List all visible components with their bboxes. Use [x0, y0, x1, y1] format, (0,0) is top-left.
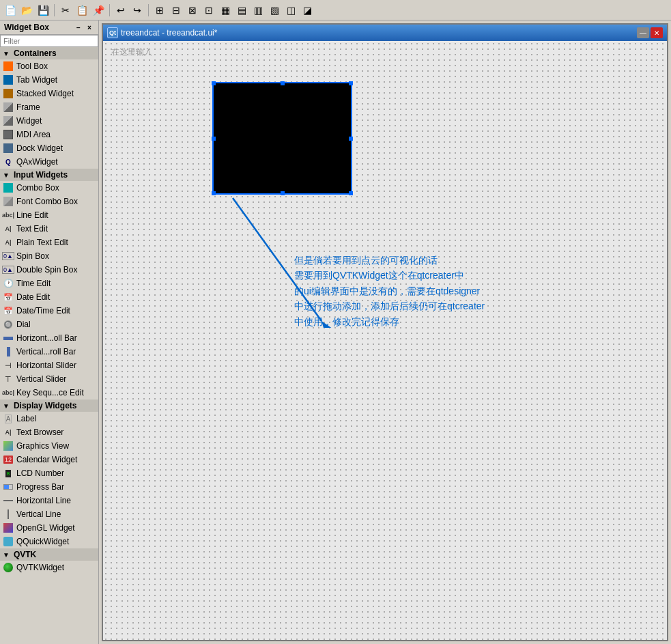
- qt-window-titlebar: Qt treeandcat - treeandcat.ui* — ✕: [103, 25, 667, 41]
- item-tab-widget[interactable]: Tab Widget: [0, 73, 98, 87]
- item-mdi-area[interactable]: MDI Area: [0, 128, 98, 141]
- item-plain-text-edit[interactable]: A| Plain Text Edit: [0, 236, 98, 249]
- mdi-area-icon: [3, 129, 14, 140]
- item-frame[interactable]: Frame: [0, 100, 98, 114]
- item-datetime-edit-label: Date/Time Edit: [16, 306, 70, 316]
- item-horizontal-line-label: Horizontal Line: [16, 496, 71, 505]
- widget-btn-9[interactable]: ◫: [283, 3, 298, 18]
- item-vertical-slider[interactable]: ⊤ Vertical Slider: [0, 372, 98, 386]
- item-text-edit[interactable]: A| Text Edit: [0, 222, 98, 236]
- date-edit-icon: 📅: [3, 292, 14, 303]
- item-widget[interactable]: Widget: [0, 114, 98, 128]
- item-line-edit[interactable]: abc| Line Edit: [0, 208, 98, 222]
- resize-handle-tc[interactable]: [281, 81, 285, 85]
- item-time-edit[interactable]: 🕐 Time Edit: [0, 277, 98, 290]
- item-horizontal-line[interactable]: Horizontal Line: [0, 494, 98, 507]
- item-widget-label: Widget: [16, 116, 42, 126]
- item-qaxwidget[interactable]: Q QAxWidget: [0, 155, 98, 169]
- item-vertical-line[interactable]: Vertical Line: [0, 507, 98, 521]
- item-combo-box[interactable]: Combo Box: [0, 181, 98, 195]
- save-button[interactable]: 💾: [35, 3, 51, 18]
- widget-btn-2[interactable]: ⊟: [169, 3, 184, 18]
- item-mdi-area-label: MDI Area: [16, 130, 51, 139]
- redo-button[interactable]: ↪: [130, 3, 145, 18]
- filter-input[interactable]: [0, 35, 98, 47]
- item-vertical-roll-bar[interactable]: Vertical...roll Bar: [0, 345, 98, 359]
- item-dock-widget[interactable]: Dock Widget: [0, 141, 98, 155]
- copy-button[interactable]: 📋: [74, 3, 89, 18]
- item-lcd-number[interactable]: 8 LCD Number: [0, 466, 98, 480]
- qt-close-button[interactable]: ✕: [651, 27, 663, 38]
- item-spin-box[interactable]: 0▲ Spin Box: [0, 249, 98, 263]
- category-display-widgets[interactable]: ▼ Display Widgets: [0, 400, 98, 412]
- cut-button[interactable]: ✂: [58, 3, 73, 18]
- widget-btn-1[interactable]: ⊞: [152, 3, 167, 18]
- resize-handle-bl[interactable]: [212, 191, 216, 195]
- qt-title-left: Qt treeandcat - treeandcat.ui*: [107, 27, 217, 38]
- item-graphics-view[interactable]: Graphics View: [0, 439, 98, 453]
- resize-handle-tr[interactable]: [349, 81, 353, 85]
- widget-btn-3[interactable]: ⊠: [185, 3, 200, 18]
- widget-btn-4[interactable]: ⊡: [201, 3, 216, 18]
- item-font-combo-box[interactable]: Font Combo Box: [0, 195, 98, 208]
- item-text-browser[interactable]: A| Text Browser: [0, 425, 98, 439]
- stacked-widget-icon: [3, 88, 14, 99]
- item-text-browser-label: Text Browser: [16, 428, 63, 437]
- item-calendar-widget[interactable]: 12 Calendar Widget: [0, 453, 98, 466]
- item-horizontal-slider[interactable]: ⊣ Horizontal Slider: [0, 359, 98, 372]
- lcd-number-icon: 8: [3, 468, 14, 479]
- resize-handle-ml[interactable]: [212, 137, 216, 141]
- open-button[interactable]: 📂: [19, 3, 34, 18]
- widget-btn-8[interactable]: ▧: [267, 3, 282, 18]
- paste-button[interactable]: 📌: [91, 3, 106, 18]
- widget-btn-10[interactable]: ◪: [300, 3, 315, 18]
- item-datetime-edit[interactable]: 📅 Date/Time Edit: [0, 304, 98, 318]
- item-dial[interactable]: 🔘 Dial: [0, 318, 98, 331]
- widget-box-close-btn[interactable]: ×: [85, 23, 94, 32]
- item-opengl-widget-label: OpenGL Widget: [16, 523, 75, 533]
- resize-handle-tl[interactable]: [212, 81, 216, 85]
- widget-icon: [3, 115, 14, 126]
- item-frame-label: Frame: [16, 102, 40, 112]
- item-progress-bar[interactable]: Progress Bar: [0, 480, 98, 494]
- item-lcd-number-label: LCD Number: [16, 468, 64, 478]
- item-calendar-widget-label: Calendar Widget: [16, 455, 77, 464]
- item-date-edit[interactable]: 📅 Date Edit: [0, 290, 98, 304]
- text-edit-icon: A|: [3, 223, 14, 234]
- annotation-line-2: 需要用到QVTKWidget这个在qtcreater中: [294, 268, 485, 283]
- item-double-spin-box[interactable]: 0▲ Double Spin Box: [0, 263, 98, 277]
- double-spin-box-icon: 0▲: [3, 264, 14, 275]
- item-plain-text-edit-label: Plain Text Edit: [16, 238, 68, 247]
- category-qvtk[interactable]: ▼ QVTK: [0, 548, 98, 561]
- item-horizont-roll-bar[interactable]: Horizont...oll Bar: [0, 331, 98, 345]
- widget-box-header: Widget Box − ×: [0, 20, 98, 35]
- designer-canvas[interactable]: 在这里输入: [103, 41, 667, 640]
- item-qquick-widget[interactable]: QQuickWidget: [0, 535, 98, 548]
- canvas-widget[interactable]: [212, 82, 352, 195]
- widget-btn-6[interactable]: ▤: [234, 3, 249, 18]
- item-text-edit-label: Text Edit: [16, 224, 48, 234]
- widget-box-float-btn[interactable]: −: [74, 23, 83, 32]
- canvas-hint: 在这里输入: [111, 46, 152, 58]
- qt-minimize-button[interactable]: —: [637, 27, 649, 38]
- item-label[interactable]: A Label: [0, 412, 98, 425]
- undo-button[interactable]: ↩: [113, 3, 128, 18]
- category-containers[interactable]: ▼ Containers: [0, 47, 98, 59]
- widget-btn-7[interactable]: ▥: [251, 3, 266, 18]
- qvtkwidget-icon: [3, 562, 14, 573]
- new-button[interactable]: 📄: [3, 3, 18, 18]
- item-qvtkwidget[interactable]: QVTKWidget: [0, 561, 98, 574]
- resize-handle-mr[interactable]: [349, 137, 353, 141]
- item-tool-box[interactable]: Tool Box: [0, 59, 98, 73]
- key-sequ-edit-icon: abc|: [3, 387, 14, 398]
- item-opengl-widget[interactable]: OpenGL Widget: [0, 521, 98, 535]
- resize-handle-br[interactable]: [349, 191, 353, 195]
- category-input-widgets[interactable]: ▼ Input Widgets: [0, 169, 98, 181]
- item-stacked-widget[interactable]: Stacked Widget: [0, 87, 98, 100]
- resize-handle-bc[interactable]: [281, 191, 285, 195]
- item-key-sequ-edit[interactable]: abc| Key Sequ...ce Edit: [0, 386, 98, 400]
- widget-btn-5[interactable]: ▦: [218, 3, 233, 18]
- widget-box-controls: − ×: [74, 23, 94, 32]
- progress-bar-icon: [3, 481, 14, 492]
- horizontal-line-icon: [3, 495, 14, 506]
